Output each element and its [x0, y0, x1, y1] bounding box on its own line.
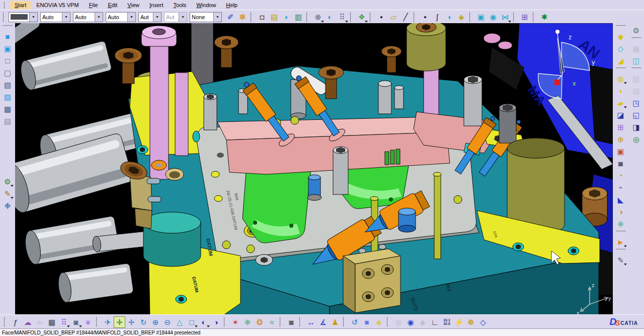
extract-geometry-icon[interactable]: ▣ — [475, 11, 487, 23]
surface-patch-icon[interactable]: ◖ — [443, 11, 455, 23]
flash-select-icon[interactable]: ⚡ — [453, 316, 465, 328]
toolbar-grip[interactable] — [616, 249, 626, 252]
feature-pad-icon[interactable]: ◆ — [615, 30, 627, 42]
page-forward-icon[interactable]: ◳ — [630, 97, 642, 109]
plane-icon[interactable]: ▱ — [387, 11, 399, 23]
toolbar-grip[interactable] — [370, 12, 373, 22]
normal-view-icon[interactable]: △ — [174, 316, 186, 328]
select-arrow-icon[interactable]: ► — [615, 236, 627, 248]
dropdown-arrow-icon[interactable]: ▼ — [153, 13, 161, 22]
feature-thickness-icon[interactable]: ◪ — [615, 109, 627, 121]
knowledge-formula-icon[interactable]: ƒ — [10, 316, 22, 328]
feature-shaft-icon[interactable]: ◢ — [615, 54, 627, 66]
hinge-block[interactable] — [343, 244, 400, 313]
datum-points-icon[interactable]: ✱ — [538, 11, 550, 23]
toolbar-grip[interactable] — [299, 317, 303, 327]
compass-z-label[interactable]: z — [569, 33, 572, 41]
database-icon[interactable]: ◎ — [630, 133, 642, 145]
menu-insert[interactable]: Insert — [145, 1, 168, 9]
surface-window-icon[interactable]: ◫ — [630, 54, 642, 66]
hide-show-icon[interactable]: ◐ — [198, 316, 210, 328]
zoom-out-icon[interactable]: ⊖ — [162, 316, 174, 328]
compass-y-label[interactable]: y — [592, 58, 595, 66]
feature-draft-icon[interactable]: ▰ — [615, 97, 627, 109]
product-structure-icon[interactable]: ⠿ — [58, 316, 70, 328]
draft-analysis-icon[interactable]: ✴ — [229, 316, 242, 328]
search-icon[interactable]: ❁ — [465, 316, 477, 328]
eraser-icon[interactable]: ◇ — [477, 316, 489, 328]
grid-pick-icon[interactable]: ⊞ — [519, 11, 531, 23]
toolbar-grip[interactable] — [4, 317, 8, 327]
camera-view-icon[interactable]: ◘ — [256, 11, 268, 23]
knowledge-settings-icon[interactable]: ⚙ — [2, 175, 14, 187]
linked-box-icon[interactable]: ▤ — [630, 85, 642, 97]
spline-icon[interactable]: ʃ — [431, 11, 443, 23]
tap-analysis-icon[interactable]: ❂ — [254, 316, 266, 328]
symmetry-icon[interactable]: ◐ — [324, 11, 336, 23]
toolbar-grip[interactable] — [616, 231, 626, 234]
line-weight-combo[interactable]: Auto ▼ — [40, 12, 70, 22]
global-transparency-combo[interactable]: Aut ▼ — [138, 12, 162, 22]
fit-all-in-icon[interactable]: ✛ — [114, 316, 125, 328]
capture-box-icon[interactable]: ◙ — [615, 157, 627, 169]
link-icon[interactable]: ∞ — [34, 316, 46, 328]
clay-render-icon[interactable]: ◆ — [373, 316, 385, 328]
line-type-combo[interactable]: Auto ▼ — [73, 12, 103, 22]
3d-model-canvas[interactable]: AN MA — [15, 23, 613, 315]
layer-analysis-icon[interactable]: ≈ — [266, 316, 278, 328]
design-table-icon[interactable]: ▦ — [46, 316, 58, 328]
menu-tools[interactable]: Tools — [169, 1, 191, 9]
layer-filter-combo[interactable]: None ▼ — [190, 12, 222, 22]
dropdown-arrow-icon[interactable]: ▼ — [179, 13, 187, 22]
menu-start[interactable]: Start — [10, 1, 31, 9]
dimension-tolerance-icon[interactable]: 10.1 10.0 — [441, 316, 453, 328]
measure-item-icon[interactable]: ∡ — [317, 316, 329, 328]
menu-grip[interactable] — [4, 2, 7, 9]
transform-pattern-icon[interactable]: ⊞ — [615, 121, 627, 133]
page-box-icon[interactable]: ◱ — [630, 109, 642, 121]
dropdown-arrow-icon[interactable]: ▼ — [29, 13, 37, 22]
sew-surface-icon[interactable]: ◔ — [615, 169, 627, 181]
feature-pocket-icon[interactable]: ◇ — [615, 42, 627, 54]
dropdown-arrow-icon[interactable]: ▼ — [95, 13, 103, 22]
custom-view-mode-icon[interactable]: ▩ — [2, 103, 14, 115]
menu-view[interactable]: View — [123, 1, 144, 9]
split-solid-icon[interactable]: ◣ — [615, 193, 627, 206]
boolean-remove-icon[interactable]: ▣ — [615, 145, 627, 157]
toolbar-grip[interactable] — [280, 317, 283, 327]
pan-icon[interactable]: ✛ — [125, 316, 137, 328]
axis-triad-icon[interactable]: ∟ — [429, 316, 441, 328]
point-symbol-combo[interactable]: Auto ▼ — [106, 12, 136, 22]
axis-system-icon[interactable]: ⊕ — [615, 133, 627, 145]
menu-window[interactable]: Window — [192, 1, 220, 9]
pattern-grid-icon[interactable]: ⠿ — [336, 11, 348, 23]
shading-edges-icon[interactable]: ▣ — [2, 42, 14, 54]
rotate-icon[interactable]: ↻ — [137, 316, 149, 328]
depth-effect-icon[interactable]: ■ — [361, 316, 373, 328]
catalog-browser-icon[interactable]: ▥ — [292, 11, 304, 23]
turntable-icon[interactable]: ↺ — [349, 316, 361, 328]
menu-file[interactable]: File — [85, 1, 103, 9]
toolbar-grip[interactable] — [469, 12, 473, 22]
toolbar-grip[interactable] — [533, 12, 536, 22]
multiple-extract-icon[interactable]: ◉ — [487, 11, 499, 23]
toolbar-grip[interactable] — [513, 12, 517, 22]
lock-icon[interactable]: ◙ — [70, 316, 82, 328]
dropdown-arrow-icon[interactable]: ▼ — [213, 13, 221, 22]
toolbar-grip[interactable] — [350, 12, 354, 22]
swap-visible-space-icon[interactable]: ◑ — [210, 316, 222, 328]
shading-mode-icon[interactable]: ■ — [2, 30, 14, 42]
group-box-icon[interactable]: ▥ — [630, 73, 642, 85]
sketcher-icon[interactable]: ✎ — [615, 254, 627, 266]
menu-enovia-v5-vpm[interactable]: ENOVIA V5 VPM — [32, 1, 83, 9]
tree-expand-icon[interactable]: ≡ — [82, 316, 94, 328]
measure-inertia-icon[interactable]: ♟ — [329, 316, 341, 328]
painter-icon[interactable]: ✐ — [224, 11, 236, 23]
toolbar-grip[interactable] — [616, 25, 626, 29]
shading-transparent-icon[interactable]: ▨ — [2, 91, 14, 103]
toolbar-grip[interactable] — [387, 317, 390, 327]
toolbar-grip[interactable] — [414, 12, 417, 22]
menu-edit[interactable]: Edit — [103, 1, 122, 9]
fly-mode-icon[interactable]: ✈ — [102, 316, 114, 328]
compass-x-label[interactable]: x — [573, 80, 576, 87]
